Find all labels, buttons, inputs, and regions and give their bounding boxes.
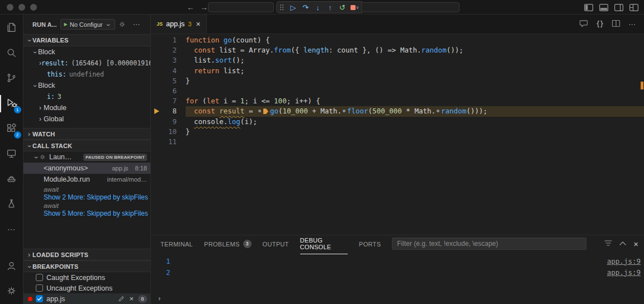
more-views-button[interactable]: ⋯ (0, 217, 23, 242)
code-line[interactable]: 10} (151, 127, 644, 137)
watch-section-header[interactable]: › WATCH (23, 128, 150, 140)
code-line[interactable]: 1function go(count) { (151, 35, 644, 45)
sidebar-item-explorer[interactable] (0, 16, 23, 41)
chevron-down-icon[interactable]: › (31, 49, 39, 56)
more-actions-icon[interactable]: ⋯ (628, 20, 636, 28)
sidebar-item-run-and-debug[interactable]: 1 (0, 91, 23, 116)
drag-handle-icon[interactable] (280, 4, 284, 11)
maximize-panel-icon[interactable] (619, 240, 627, 248)
forward-icon[interactable]: → (200, 3, 208, 12)
checkbox[interactable] (36, 284, 43, 292)
variable-row[interactable]: i:3 (23, 91, 150, 102)
stack-frame-row[interactable]: <anonymous>app.js8:18 (23, 163, 150, 174)
step-out-icon[interactable]: ↑ (325, 2, 335, 13)
restart-icon[interactable]: ↺ (337, 2, 348, 13)
variable-row[interactable]: ›result:(165464) [0.0000019162… (23, 58, 150, 69)
variables-scope-row[interactable]: ›Block (23, 46, 150, 58)
stack-frame-row[interactable]: ModuleJob.runinternal/mod… (23, 174, 150, 185)
inline-breakpoint-icon[interactable] (263, 108, 268, 114)
breakpoints-section-header[interactable]: › BREAKPOINTS (23, 260, 150, 272)
close-tab-icon[interactable]: × (196, 20, 201, 28)
inline-breakpoint-candidate-icon[interactable] (258, 110, 261, 112)
checkbox[interactable] (36, 274, 43, 281)
inline-breakpoint-candidate-icon[interactable] (437, 110, 439, 112)
panel-tab-ports[interactable]: PORTS (359, 235, 381, 252)
sidebar-item-source-control[interactable] (0, 66, 23, 91)
remove-breakpoint-icon[interactable]: × (129, 295, 134, 302)
panel-tab-problems[interactable]: PROBLEMS3 (204, 235, 252, 252)
show-skipped-frames-link[interactable]: Show 2 More: Skipped by skipFiles (23, 193, 150, 201)
chevron-down-icon[interactable]: › (31, 83, 39, 89)
split-editor-icon[interactable] (612, 19, 621, 30)
filter-icon[interactable] (604, 240, 612, 248)
close-window-button[interactable] (7, 4, 13, 11)
code-line[interactable]: 7for (let i = 1; i <= 100; i++) { (151, 96, 644, 106)
launch-configuration-dropdown[interactable]: ▶ No Configur › (60, 19, 116, 30)
zoom-window-button[interactable] (30, 4, 37, 11)
sidebar-item-remote-explorer[interactable] (0, 141, 23, 167)
sidebar-item-testing[interactable] (0, 192, 23, 217)
exception-option-row[interactable]: Uncaught Exceptions (23, 283, 150, 293)
accounts-button[interactable] (0, 254, 23, 279)
tab-app-js[interactable]: JS app.js 3 × (151, 15, 207, 34)
frame-file: app.js (112, 165, 128, 172)
variables-scope-row[interactable]: ›Block (23, 80, 150, 91)
toggle-secondary-sidebar-icon[interactable] (614, 4, 623, 11)
call-stack-section-header[interactable]: › CALL STACK (23, 140, 150, 151)
toggle-panel-icon[interactable] (599, 4, 608, 11)
minimize-window-button[interactable] (18, 4, 25, 11)
panel-tab-debug-console[interactable]: DEBUG CONSOLE (300, 235, 348, 252)
close-panel-icon[interactable]: × (633, 240, 638, 248)
settings-button[interactable] (0, 279, 23, 304)
console-output-row[interactable]: 1app.js:9 (151, 255, 644, 267)
chevron-down-icon[interactable]: › (32, 154, 40, 161)
panel-tab-terminal[interactable]: TERMINAL (160, 235, 193, 252)
command-center-box-left[interactable] (208, 2, 274, 12)
configure-gear-icon[interactable] (119, 21, 126, 28)
comment-icon[interactable] (579, 19, 588, 30)
code-line[interactable]: 3 list.sort(); (151, 55, 644, 65)
show-skipped-frames-link[interactable]: Show 5 More: Skipped by skipFiles (23, 210, 150, 217)
start-debugging-icon[interactable]: ▶ (64, 22, 68, 27)
edit-breakpoint-icon[interactable] (118, 294, 125, 303)
call-stack-session-row[interactable]: ›Laun…PAUSED ON BREAKPOINT (23, 151, 150, 163)
exception-option-row[interactable]: Caught Exceptions (23, 272, 150, 283)
step-into-icon[interactable]: ↓ (312, 2, 323, 13)
sidebar-item-search[interactable] (0, 41, 23, 66)
toggle-primary-sidebar-icon[interactable] (584, 4, 593, 11)
code-line[interactable]: 8 const result = go(10_000 + Math.floor(… (151, 106, 644, 116)
variable-row[interactable]: this:undefined (23, 69, 150, 80)
variables-scope-row[interactable]: ›Global (23, 113, 150, 125)
code-line[interactable]: 5} (151, 76, 644, 86)
customize-layout-icon[interactable] (629, 4, 638, 11)
debug-console-filter-input[interactable] (392, 238, 586, 250)
loaded-scripts-section-header[interactable]: › LOADED SCRIPTS (23, 249, 150, 260)
console-output-row[interactable]: 2app.js:9 (151, 267, 644, 278)
sidebar-item-extensions[interactable]: 2 (0, 116, 23, 141)
console-prompt-icon[interactable]: › (158, 294, 160, 302)
code-editor[interactable]: 1function go(count) {2 const list = Arra… (151, 34, 644, 235)
code-line[interactable]: 4 return list; (151, 66, 644, 76)
source-location-link[interactable]: app.js:9 (607, 268, 641, 277)
code-line[interactable]: 9 console.log(i); (151, 117, 644, 127)
checkbox[interactable] (36, 295, 43, 302)
command-center-box-right[interactable] (361, 2, 460, 12)
views-more-actions-icon[interactable]: ⋯ (132, 20, 140, 28)
chevron-right-icon[interactable]: › (37, 115, 44, 123)
code-line[interactable]: 11 (151, 137, 644, 147)
variables-scope-row[interactable]: ›Module (23, 102, 150, 113)
continue-icon[interactable]: ▷ (288, 2, 299, 13)
code-line[interactable]: 6 (151, 86, 644, 96)
code-line[interactable]: 2 const list = Array.from({ length: coun… (151, 45, 644, 55)
panel-tab-output[interactable]: OUTPUT (263, 235, 289, 252)
breakpoint-row[interactable]: app.js×8 (23, 293, 150, 304)
step-over-icon[interactable]: ↷ (300, 2, 311, 13)
sidebar-item-containers[interactable] (0, 167, 23, 192)
back-icon[interactable]: ← (187, 3, 195, 12)
variables-section-header[interactable]: › VARIABLES (23, 34, 150, 46)
source-location-link[interactable]: app.js:9 (607, 257, 641, 265)
chevron-right-icon[interactable]: › (37, 104, 44, 112)
stop-icon[interactable]: ∨ (349, 2, 360, 13)
braces-icon[interactable]: {} (596, 20, 604, 28)
inline-breakpoint-candidate-icon[interactable] (343, 110, 345, 112)
